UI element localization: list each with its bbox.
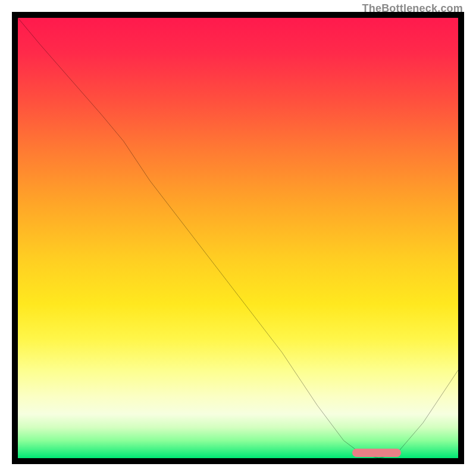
- bottleneck-curve-path: [18, 18, 458, 458]
- valley-marker-pill: [352, 449, 400, 457]
- chart-stage: TheBottleneck.com: [0, 0, 476, 476]
- bottleneck-curve: [18, 18, 458, 458]
- chart-frame: [12, 12, 464, 464]
